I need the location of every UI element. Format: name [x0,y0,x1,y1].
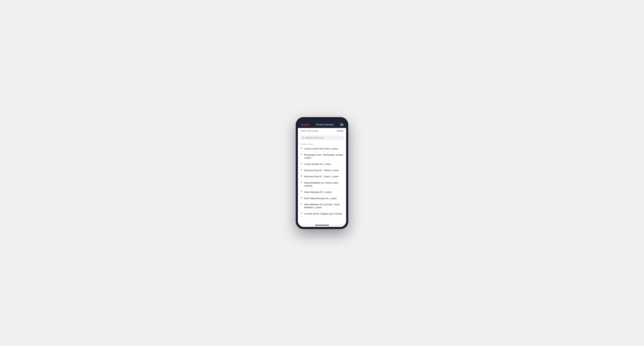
find-label: Find a Golf Course [301,130,318,132]
location-pin-icon: 📍 [300,169,303,172]
nearby-courses-section: Nearby courses 📍Central London Golf Cent… [298,142,346,224]
course-name: Royal Wimbledon GC, Great London Authori… [304,181,344,187]
course-name: Brent Valley Municipal GC, London [304,197,337,200]
course-list-item[interactable]: 📍Richmond Park GC - Prince's, Surrey [298,168,346,174]
search-icon: 🔍 [302,137,304,139]
course-list-item[interactable]: 📍Royal Wimbledon GC, Great London Author… [298,180,346,189]
phone-screen: clippd Recent Searches Find a Golf Cours… [298,119,346,227]
course-name: London Scottish GC, London [304,163,331,166]
location-pin-icon: 📍 [300,148,303,150]
home-bar [315,225,329,225]
location-pin-icon: 📍 [300,197,303,199]
course-name: Richmond Park GC - Duke's, London [304,175,339,178]
location-pin-icon: 📍 [300,175,303,178]
course-name: Dukes Meadows GC, London [304,191,332,194]
course-name: North Middlesex GC (1011942 - North Midd… [304,203,344,209]
course-list-item[interactable]: 📍Central London Golf Centre, London [298,146,346,152]
cancel-button[interactable]: Cancel [337,130,343,132]
location-pin-icon: 📍 [300,191,303,193]
location-pin-icon: 📍 [300,154,303,156]
search-box: 🔍 [300,136,344,140]
nearby-courses-header: Nearby courses [298,142,346,146]
course-list-item[interactable]: 📍Coombe Hill GC, Kingston upon Thames [298,211,346,217]
location-pin-icon: 📍 [300,213,303,215]
course-list-item[interactable]: 📍London Scottish GC, London [298,161,346,168]
main-content: Find a Golf Course Cancel 🔍 Nearby cours… [298,128,346,224]
location-pin-icon: 📍 [300,182,303,184]
find-golf-course-bar: Find a Golf Course Cancel [298,128,346,134]
search-input[interactable] [305,137,342,139]
course-list-item[interactable]: 📍Richmond Park GC - Duke's, London [298,173,346,180]
course-name: Coombe Hill GC, Kingston upon Thames [304,212,342,215]
phone-device: clippd Recent Searches Find a Golf Cours… [296,117,348,229]
app-header: clippd Recent Searches [298,122,346,128]
home-indicator [298,224,346,227]
app-logo: clippd [301,123,310,126]
course-list-item[interactable]: 📍Brent Valley Municipal GC, London [298,195,346,202]
course-name: Central London Golf Centre, London [304,147,338,150]
header-title: Recent Searches [316,123,334,126]
course-list-item[interactable]: 📍Roehampton Club - Roehampton, Greater L… [298,152,346,161]
course-list-item[interactable]: 📍Dukes Meadows GC, London [298,189,346,195]
status-bar [298,119,346,122]
location-pin-icon: 📍 [300,203,303,206]
hamburger-menu-icon[interactable] [340,124,343,126]
course-name: Roehampton Club - Roehampton, Greater Lo… [304,154,344,160]
search-container: 🔍 [298,134,346,142]
course-list-item[interactable]: 📍North Middlesex GC (1011942 - North Mid… [298,202,346,211]
courses-list: 📍Central London Golf Centre, London📍Roeh… [298,146,346,217]
course-name: Richmond Park GC - Prince's, Surrey [304,169,339,172]
location-pin-icon: 📍 [300,163,303,165]
